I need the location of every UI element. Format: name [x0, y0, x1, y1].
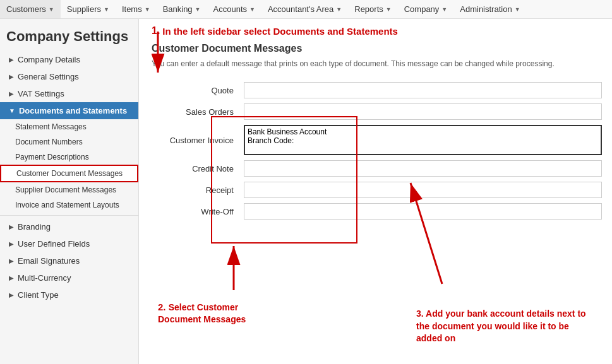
form-row-sales-orders: Sales Orders	[158, 101, 606, 122]
nav-accounts-caret: ▼	[249, 6, 255, 13]
label-credit-note: Credit Note	[158, 158, 240, 179]
nav-banking-caret: ▼	[195, 6, 201, 13]
option-bank-business-account[interactable]: Bank Business Account	[248, 127, 598, 136]
nav-customers-caret: ▼	[49, 6, 54, 13]
main-layout: Company Settings ▶ Company Details ▶ Gen…	[0, 19, 612, 364]
sidebar-sub-document-numbers[interactable]: Document Numbers	[0, 134, 138, 150]
content-title: Customer Document Messages	[152, 43, 599, 54]
sidebar-sub-customer-document-messages[interactable]: Customer Document Messages	[0, 165, 138, 182]
form-row-quote: Quote	[158, 79, 606, 101]
sidebar-item-user-defined-fields[interactable]: ▶ User Defined Fields	[0, 235, 138, 252]
input-write-off[interactable]	[244, 203, 602, 220]
nav-customers[interactable]: Customers ▼	[0, 0, 61, 18]
nav-suppliers[interactable]: Suppliers ▼	[61, 0, 116, 18]
input-quote[interactable]	[244, 82, 602, 98]
nav-administration[interactable]: Administration ▼	[453, 0, 526, 18]
input-cell-receipt	[240, 179, 606, 201]
nav-administration-caret: ▼	[515, 6, 520, 13]
sidebar-item-multi-currency[interactable]: ▶ Multi-Currency	[0, 269, 138, 286]
sidebar: Company Settings ▶ Company Details ▶ Gen…	[0, 19, 139, 364]
step3-instruction: 3. Add your bank account details next to…	[416, 308, 593, 345]
step1-instruction: In the left sidebar select Documents and…	[162, 26, 398, 37]
nav-reports[interactable]: Reports ▼	[348, 0, 397, 18]
sidebar-item-vat-settings[interactable]: ▶ VAT Settings	[0, 85, 138, 102]
nav-reports-caret: ▼	[386, 6, 392, 13]
nav-accountants-area-caret: ▼	[336, 6, 342, 13]
sidebar-sub-invoice-statement-layouts[interactable]: Invoice and Statement Layouts	[0, 197, 138, 213]
form-row-write-off: Write-Off	[158, 201, 606, 222]
sidebar-sub-payment-descriptions[interactable]: Payment Descriptions	[0, 150, 138, 165]
input-sales-orders[interactable]	[244, 103, 602, 120]
nav-items[interactable]: Items ▼	[116, 0, 157, 18]
sidebar-divider	[0, 215, 138, 216]
sidebar-sub-supplier-document-messages[interactable]: Supplier Document Messages	[0, 182, 138, 197]
input-cell-write-off	[240, 201, 606, 222]
chevron-right-icon: ▶	[9, 257, 14, 264]
label-write-off: Write-Off	[158, 201, 240, 222]
nav-suppliers-caret: ▼	[104, 6, 109, 13]
nav-accountants-area[interactable]: Accountant's Area ▼	[261, 0, 348, 18]
label-quote: Quote	[158, 79, 240, 101]
top-navigation: Customers ▼ Suppliers ▼ Items ▼ Banking …	[0, 0, 612, 19]
chevron-right-icon: ▶	[9, 56, 14, 63]
sidebar-item-documents-statements[interactable]: ▼ Documents and Statements	[0, 102, 138, 119]
option-branch-code[interactable]: Branch Code:	[248, 136, 598, 145]
nav-items-caret: ▼	[145, 6, 150, 13]
label-customer-invoice: Customer Invoice	[158, 122, 240, 158]
chevron-right-icon: ▶	[9, 240, 14, 247]
label-receipt: Receipt	[158, 179, 240, 201]
sidebar-item-client-type[interactable]: ▶ Client Type	[0, 286, 138, 303]
input-credit-note[interactable]	[244, 160, 602, 177]
input-cell-credit-note	[240, 158, 606, 179]
input-cell-sales-orders	[240, 101, 606, 122]
nav-company-caret: ▼	[441, 6, 447, 13]
chevron-right-icon: ▶	[9, 223, 14, 230]
chevron-right-icon: ▶	[9, 73, 14, 80]
sidebar-item-company-details[interactable]: ▶ Company Details	[0, 51, 138, 68]
step2-instruction: 2. Select CustomerDocument Messages	[158, 300, 246, 326]
content-description: You can enter a default message that pri…	[152, 58, 599, 69]
select-customer-invoice-container: Bank Business Account Branch Code:	[244, 125, 602, 155]
page-title: Company Settings	[0, 19, 138, 51]
input-cell-customer-invoice: Bank Business Account Branch Code:	[240, 122, 606, 158]
chevron-right-icon: ▶	[9, 274, 14, 281]
select-customer-invoice[interactable]: Bank Business Account Branch Code:	[245, 126, 601, 154]
sidebar-item-branding[interactable]: ▶ Branding	[0, 218, 138, 235]
nav-accounts[interactable]: Accounts ▼	[207, 0, 261, 18]
chevron-down-icon: ▼	[9, 107, 15, 114]
input-cell-quote	[240, 79, 606, 101]
label-sales-orders: Sales Orders	[158, 101, 240, 122]
nav-banking[interactable]: Banking ▼	[157, 0, 207, 18]
main-content: 1. In the left sidebar select Documents …	[139, 19, 612, 364]
sidebar-item-email-signatures[interactable]: ▶ Email Signatures	[0, 252, 138, 269]
sidebar-item-general-settings[interactable]: ▶ General Settings	[0, 68, 138, 85]
chevron-right-icon: ▶	[9, 90, 14, 97]
form-row-receipt: Receipt	[158, 179, 606, 201]
form-row-customer-invoice: Customer Invoice Bank Business Account B…	[158, 122, 606, 158]
sidebar-sub-statement-messages[interactable]: Statement Messages	[0, 119, 138, 134]
nav-company[interactable]: Company ▼	[398, 0, 454, 18]
step1-number: 1.	[152, 25, 160, 37]
form-row-credit-note: Credit Note	[158, 158, 606, 179]
chevron-right-icon: ▶	[9, 291, 14, 298]
input-receipt[interactable]	[244, 182, 602, 198]
document-messages-form: Quote Sales Orders Customer Invoice	[158, 79, 606, 222]
